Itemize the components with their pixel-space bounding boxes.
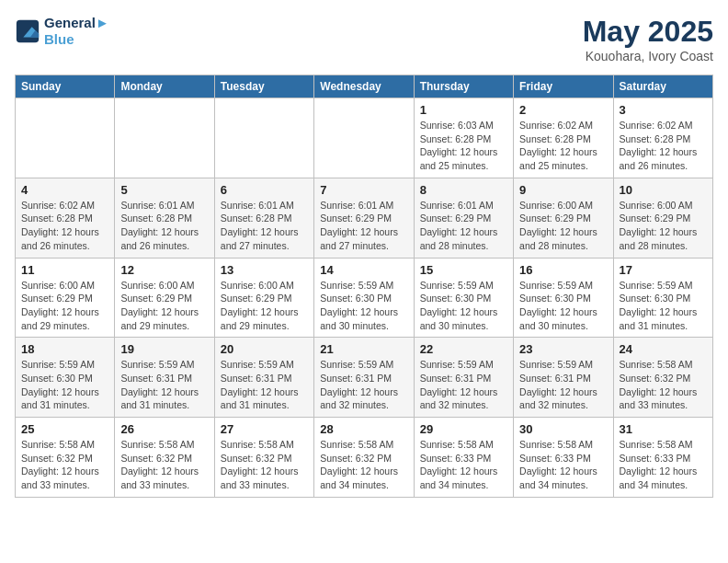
day-detail: Sunrise: 5:58 AM Sunset: 6:32 PM Dayligh… [21,438,108,492]
day-number: 6 [221,183,308,197]
day-detail: Sunrise: 5:58 AM Sunset: 6:32 PM Dayligh… [221,438,308,492]
day-number: 10 [620,183,707,197]
calendar-cell: 27Sunrise: 5:58 AM Sunset: 6:32 PM Dayli… [214,418,313,498]
calendar-cell [214,98,313,178]
day-number: 9 [519,183,607,197]
day-number: 5 [120,183,208,197]
day-number: 28 [320,422,407,436]
day-number: 21 [320,342,407,356]
day-number: 27 [221,422,308,436]
calendar-cell: 11Sunrise: 6:00 AM Sunset: 6:29 PM Dayli… [16,258,115,338]
day-number: 18 [21,342,108,356]
day-detail: Sunrise: 5:59 AM Sunset: 6:31 PM Dayligh… [320,358,407,412]
title-block: May 2025 Kouohara, Ivory Coast [583,15,713,63]
logo: General► Blue [15,15,109,48]
calendar-cell [314,98,414,178]
calendar-cell: 26Sunrise: 5:58 AM Sunset: 6:32 PM Dayli… [115,418,214,498]
day-number: 14 [320,263,407,277]
day-number: 11 [21,263,108,277]
calendar-week-row: 18Sunrise: 5:59 AM Sunset: 6:30 PM Dayli… [16,338,713,418]
day-detail: Sunrise: 6:00 AM Sunset: 6:29 PM Dayligh… [120,279,208,333]
day-number: 1 [420,103,507,117]
day-detail: Sunrise: 6:01 AM Sunset: 6:28 PM Dayligh… [120,199,208,253]
calendar-cell: 3Sunrise: 6:02 AM Sunset: 6:28 PM Daylig… [613,98,712,178]
calendar-cell: 21Sunrise: 5:59 AM Sunset: 6:31 PM Dayli… [314,338,414,418]
day-number: 16 [519,263,607,277]
day-detail: Sunrise: 5:59 AM Sunset: 6:30 PM Dayligh… [320,279,407,333]
day-number: 29 [420,422,507,436]
calendar-cell: 16Sunrise: 5:59 AM Sunset: 6:30 PM Dayli… [514,258,613,338]
day-detail: Sunrise: 5:58 AM Sunset: 6:33 PM Dayligh… [519,438,607,492]
day-number: 31 [620,422,707,436]
calendar-cell: 4Sunrise: 6:02 AM Sunset: 6:28 PM Daylig… [16,178,115,258]
calendar-cell: 10Sunrise: 6:00 AM Sunset: 6:29 PM Dayli… [613,178,712,258]
calendar-cell: 6Sunrise: 6:01 AM Sunset: 6:28 PM Daylig… [214,178,313,258]
calendar-cell: 22Sunrise: 5:59 AM Sunset: 6:31 PM Dayli… [414,338,513,418]
day-detail: Sunrise: 5:58 AM Sunset: 6:32 PM Dayligh… [620,358,707,412]
day-detail: Sunrise: 6:03 AM Sunset: 6:28 PM Dayligh… [420,119,507,173]
day-detail: Sunrise: 6:02 AM Sunset: 6:28 PM Dayligh… [620,119,707,173]
calendar-cell: 9Sunrise: 6:00 AM Sunset: 6:29 PM Daylig… [514,178,613,258]
logo-icon [15,18,40,44]
calendar-cell: 14Sunrise: 5:59 AM Sunset: 6:30 PM Dayli… [314,258,414,338]
calendar-cell: 24Sunrise: 5:58 AM Sunset: 6:32 PM Dayli… [613,338,712,418]
day-detail: Sunrise: 6:00 AM Sunset: 6:29 PM Dayligh… [519,199,607,253]
day-detail: Sunrise: 6:01 AM Sunset: 6:28 PM Dayligh… [221,199,308,253]
page-header: General► Blue May 2025 Kouohara, Ivory C… [15,15,713,63]
calendar-cell: 30Sunrise: 5:58 AM Sunset: 6:33 PM Dayli… [514,418,613,498]
calendar-cell: 28Sunrise: 5:58 AM Sunset: 6:32 PM Dayli… [314,418,414,498]
calendar-cell: 8Sunrise: 6:01 AM Sunset: 6:29 PM Daylig… [414,178,513,258]
day-number: 22 [420,342,507,356]
calendar-cell: 2Sunrise: 6:02 AM Sunset: 6:28 PM Daylig… [514,98,613,178]
day-number: 30 [519,422,607,436]
calendar-cell: 31Sunrise: 5:58 AM Sunset: 6:33 PM Dayli… [613,418,712,498]
day-detail: Sunrise: 6:01 AM Sunset: 6:29 PM Dayligh… [420,199,507,253]
day-detail: Sunrise: 5:59 AM Sunset: 6:30 PM Dayligh… [21,358,108,412]
calendar-cell: 25Sunrise: 5:58 AM Sunset: 6:32 PM Dayli… [16,418,115,498]
day-detail: Sunrise: 5:58 AM Sunset: 6:33 PM Dayligh… [420,438,507,492]
calendar-header-row: SundayMondayTuesdayWednesdayThursdayFrid… [16,75,713,98]
subtitle: Kouohara, Ivory Coast [583,49,713,63]
day-detail: Sunrise: 6:00 AM Sunset: 6:29 PM Dayligh… [620,199,707,253]
day-number: 8 [420,183,507,197]
main-title: May 2025 [583,15,713,49]
column-header-friday: Friday [514,75,613,98]
calendar-week-row: 4Sunrise: 6:02 AM Sunset: 6:28 PM Daylig… [16,178,713,258]
day-detail: Sunrise: 5:58 AM Sunset: 6:33 PM Dayligh… [620,438,707,492]
day-number: 12 [120,263,208,277]
day-detail: Sunrise: 5:59 AM Sunset: 6:31 PM Dayligh… [221,358,308,412]
day-number: 15 [420,263,507,277]
day-detail: Sunrise: 6:01 AM Sunset: 6:29 PM Dayligh… [320,199,407,253]
calendar-cell [16,98,115,178]
column-header-wednesday: Wednesday [314,75,414,98]
day-number: 25 [21,422,108,436]
calendar-cell: 29Sunrise: 5:58 AM Sunset: 6:33 PM Dayli… [414,418,513,498]
day-detail: Sunrise: 5:59 AM Sunset: 6:31 PM Dayligh… [120,358,208,412]
day-number: 3 [620,103,707,117]
calendar-week-row: 25Sunrise: 5:58 AM Sunset: 6:32 PM Dayli… [16,418,713,498]
calendar-cell: 20Sunrise: 5:59 AM Sunset: 6:31 PM Dayli… [214,338,313,418]
day-detail: Sunrise: 5:59 AM Sunset: 6:30 PM Dayligh… [519,279,607,333]
calendar-cell: 17Sunrise: 5:59 AM Sunset: 6:30 PM Dayli… [613,258,712,338]
calendar-cell: 23Sunrise: 5:59 AM Sunset: 6:31 PM Dayli… [514,338,613,418]
calendar-cell: 19Sunrise: 5:59 AM Sunset: 6:31 PM Dayli… [115,338,214,418]
logo-text: General► Blue [44,15,109,48]
calendar-cell: 18Sunrise: 5:59 AM Sunset: 6:30 PM Dayli… [16,338,115,418]
day-detail: Sunrise: 6:02 AM Sunset: 6:28 PM Dayligh… [519,119,607,173]
day-detail: Sunrise: 5:59 AM Sunset: 6:31 PM Dayligh… [420,358,507,412]
day-detail: Sunrise: 5:59 AM Sunset: 6:31 PM Dayligh… [519,358,607,412]
day-detail: Sunrise: 5:59 AM Sunset: 6:30 PM Dayligh… [620,279,707,333]
calendar-week-row: 11Sunrise: 6:00 AM Sunset: 6:29 PM Dayli… [16,258,713,338]
column-header-sunday: Sunday [16,75,115,98]
day-number: 20 [221,342,308,356]
calendar-cell: 7Sunrise: 6:01 AM Sunset: 6:29 PM Daylig… [314,178,414,258]
day-number: 7 [320,183,407,197]
day-number: 2 [519,103,607,117]
day-detail: Sunrise: 5:58 AM Sunset: 6:32 PM Dayligh… [120,438,208,492]
day-number: 26 [120,422,208,436]
calendar-table: SundayMondayTuesdayWednesdayThursdayFrid… [15,75,713,498]
column-header-tuesday: Tuesday [214,75,313,98]
calendar-cell: 13Sunrise: 6:00 AM Sunset: 6:29 PM Dayli… [214,258,313,338]
column-header-thursday: Thursday [414,75,513,98]
calendar-cell [115,98,214,178]
